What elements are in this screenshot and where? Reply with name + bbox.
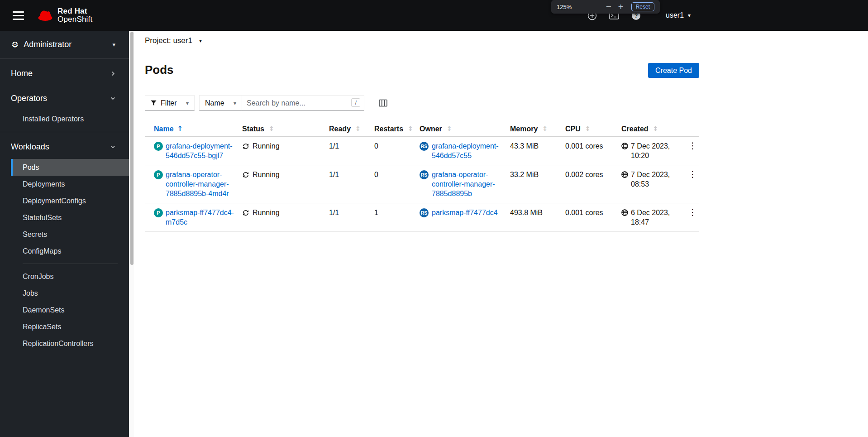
actions-cell: ⋮ xyxy=(686,165,699,203)
name-cell: P grafana-operator-controller-manager-78… xyxy=(145,165,242,203)
column-header-name[interactable]: Name ↑ xyxy=(145,121,242,136)
row-actions-kebab[interactable]: ⋮ xyxy=(686,140,700,151)
redhat-fedora-icon xyxy=(37,10,53,21)
status-text: Running xyxy=(253,208,280,217)
created-cell: 7 Dec 2023, 10:20 xyxy=(621,137,686,165)
globe-timestamp-icon xyxy=(621,143,628,149)
sidebar-item-statefulsets[interactable]: StatefulSets xyxy=(11,209,129,226)
replicaset-badge: RS xyxy=(420,170,429,179)
actions-cell: ⋮ xyxy=(686,203,699,231)
replicaset-badge: RS xyxy=(420,208,429,217)
sidebar-item-installed-operators[interactable]: Installed Operators xyxy=(11,110,129,127)
caret-down-icon: ▾ xyxy=(199,38,202,44)
sidebar-item-cronjobs[interactable]: CronJobs xyxy=(11,268,129,285)
actions-cell: ⋮ xyxy=(686,137,699,165)
cpu-cell: 0.001 cores xyxy=(565,203,621,231)
caret-down-icon: ▾ xyxy=(234,100,236,106)
restarts-cell: 0 xyxy=(374,165,420,203)
zoom-level: 125% xyxy=(557,4,572,10)
search-attribute-dropdown[interactable]: Name ▾ xyxy=(199,95,242,111)
nav-group-divider xyxy=(0,132,129,132)
ready-cell: 1/1 xyxy=(329,203,374,231)
column-header-ready[interactable]: Ready ↕ xyxy=(329,121,374,136)
owner-link[interactable]: grafana-operator-controller-manager-7885… xyxy=(432,170,506,198)
owner-cell: RS parksmap-ff7477dc4 xyxy=(420,203,510,231)
created-timestamp: 6 Dec 2023, 18:47 xyxy=(631,208,678,227)
column-header-cpu[interactable]: CPU ↕ xyxy=(565,121,621,136)
sidebar-item-operators[interactable]: Operators xyxy=(0,88,129,109)
row-actions-kebab[interactable]: ⋮ xyxy=(686,207,700,217)
zoom-in-button[interactable]: + xyxy=(616,3,625,10)
owner-link[interactable]: parksmap-ff7477dc4 xyxy=(432,208,498,217)
sidebar-item-secrets[interactable]: Secrets xyxy=(11,226,129,243)
nav-subgroup-divider xyxy=(23,264,118,264)
pod-name-link[interactable]: parksmap-ff7477dc4-m7d5c xyxy=(166,208,241,227)
project-selector[interactable]: Project: user1 ▾ xyxy=(145,36,202,45)
pod-badge: P xyxy=(154,208,163,217)
project-label: Project: xyxy=(145,36,171,45)
ready-cell: 1/1 xyxy=(329,137,374,165)
name-cell: P grafana-deployment-546dd57c55-bgjl7 xyxy=(145,137,242,165)
cpu-cell: 0.001 cores xyxy=(565,137,621,165)
created-cell: 7 Dec 2023, 08:53 xyxy=(621,165,686,203)
column-header-memory[interactable]: Memory ↕ xyxy=(510,121,565,136)
create-pod-button[interactable]: Create Pod xyxy=(648,63,699,78)
chevron-right-icon xyxy=(110,71,116,77)
brand-line2: OpenShift xyxy=(57,15,92,24)
sort-icon: ↕ xyxy=(408,124,413,134)
column-header-actions xyxy=(686,121,699,136)
sidebar-item-pods[interactable]: Pods xyxy=(11,159,129,176)
sidebar-item-replicasets[interactable]: ReplicaSets xyxy=(11,318,129,335)
sidebar-item-daemonsets[interactable]: DaemonSets xyxy=(11,302,129,318)
sidebar-item-replicationcontrollers[interactable]: ReplicationControllers xyxy=(11,335,129,352)
restarts-cell: 1 xyxy=(374,203,420,231)
chevron-down-icon xyxy=(110,144,116,150)
pod-badge: P xyxy=(154,170,163,179)
sidebar-item-configmaps[interactable]: ConfigMaps xyxy=(11,243,129,259)
manage-columns-button[interactable] xyxy=(379,99,387,107)
brand-logo: Red Hat OpenShift xyxy=(37,7,92,24)
filter-funnel-icon xyxy=(151,100,157,106)
search-input[interactable] xyxy=(242,95,364,111)
column-header-status[interactable]: Status ↕ xyxy=(242,121,329,136)
sort-icon: ↕ xyxy=(447,124,452,134)
nav-toggle-button[interactable] xyxy=(11,10,26,22)
sync-running-icon xyxy=(242,209,249,216)
column-header-created[interactable]: Created ↕ xyxy=(621,121,686,136)
main-content: Project: user1 ▾ Pods Create Pod Filter … xyxy=(134,31,868,437)
created-timestamp: 7 Dec 2023, 10:20 xyxy=(631,141,678,160)
table-row: P grafana-deployment-546dd57c55-bgjl7 Ru… xyxy=(145,137,699,165)
sort-icon: ↕ xyxy=(355,124,361,134)
sidebar-item-home[interactable]: Home xyxy=(0,63,129,84)
scrollbar-thumb[interactable] xyxy=(130,32,134,265)
sidebar-item-workloads[interactable]: Workloads xyxy=(0,137,129,157)
sidebar-nav: ⚙ Administrator ▾ Home Operators Install… xyxy=(0,31,129,437)
status-cell: Running xyxy=(242,137,329,165)
sort-icon: ↕ xyxy=(653,124,658,134)
memory-cell: 33.2 MiB xyxy=(510,165,565,203)
column-header-restarts[interactable]: Restarts ↕ xyxy=(374,121,420,136)
pod-name-link[interactable]: grafana-operator-controller-manager-7885… xyxy=(166,170,241,198)
table-row: P parksmap-ff7477dc4-m7d5c Running 1/1 1 xyxy=(145,203,699,232)
sidebar-item-deployments[interactable]: Deployments xyxy=(11,176,129,192)
filter-dropdown[interactable]: Filter ▾ xyxy=(145,95,195,111)
filter-toolbar: Filter ▾ Name ▾ / xyxy=(145,95,699,111)
row-actions-kebab[interactable]: ⋮ xyxy=(686,169,700,179)
status-text: Running xyxy=(253,170,280,179)
zoom-out-button[interactable]: − xyxy=(604,3,613,10)
pod-name-link[interactable]: grafana-deployment-546dd57c55-bgjl7 xyxy=(166,141,241,160)
user-name: user1 xyxy=(666,11,684,19)
zoom-reset-button[interactable]: Reset xyxy=(631,2,654,11)
search-box: / xyxy=(242,95,364,111)
owner-link[interactable]: grafana-deployment-546dd57c55 xyxy=(432,141,506,160)
sidebar-item-deploymentconfigs[interactable]: DeploymentConfigs xyxy=(11,192,129,209)
sidebar-scrollbar[interactable] xyxy=(129,31,134,437)
owner-cell: RS grafana-operator-controller-manager-7… xyxy=(420,165,510,203)
sync-running-icon xyxy=(242,143,249,150)
status-text: Running xyxy=(253,141,280,151)
perspective-switcher[interactable]: ⚙ Administrator ▾ xyxy=(0,31,129,59)
column-header-owner[interactable]: Owner ↕ xyxy=(420,121,510,136)
sidebar-item-jobs[interactable]: Jobs xyxy=(11,285,129,302)
sync-running-icon xyxy=(242,171,249,178)
user-menu[interactable]: user1 ▾ xyxy=(666,11,691,19)
